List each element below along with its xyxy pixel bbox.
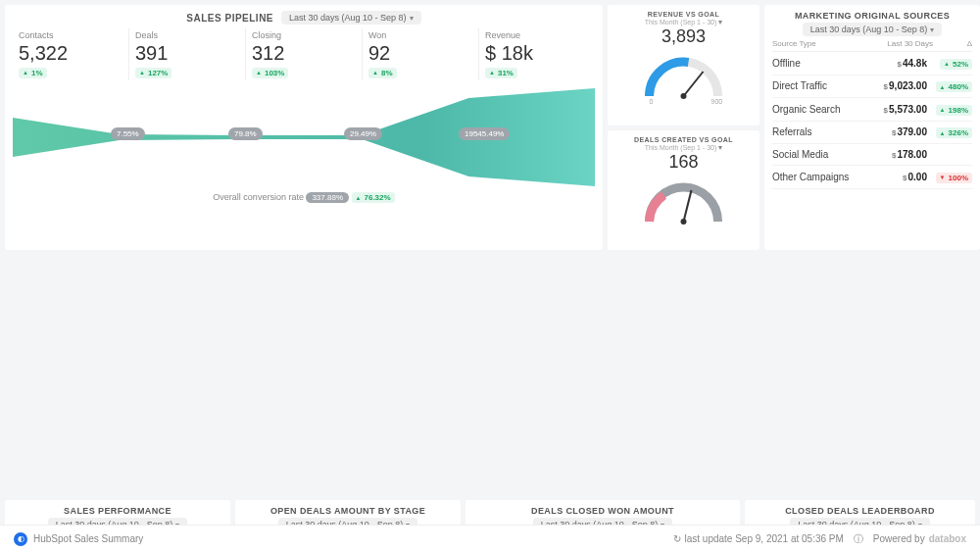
pipeline-col-3: Won 92 8% — [362, 28, 478, 80]
stage-rate-1: 7.55% — [111, 127, 145, 140]
revenue-vs-goal-panel: REVENUE VS GOAL This Month (Sep 1 - 30) … — [608, 5, 760, 125]
svg-point-1 — [681, 93, 687, 99]
gauges-column: REVENUE VS GOAL This Month (Sep 1 - 30) … — [608, 5, 760, 250]
svg-text:900: 900 — [711, 98, 723, 105]
stage-rate-2: 79.8% — [228, 127, 263, 140]
app-logo-icon: ◐ — [14, 532, 27, 546]
pipeline-col-4: Revenue $ 18k 31% — [478, 28, 595, 80]
deals-vs-goal-panel: DEALS CREATED VS GOAL This Month (Sep 1 … — [608, 130, 760, 251]
table-row: Direct Traffic $9,023.00 480% — [772, 75, 972, 99]
table-row: Referrals $379.00 326% — [772, 122, 972, 145]
chevron-down-icon[interactable]: ▾ — [718, 18, 722, 26]
table-row: Organic Search $5,573.00 198% — [772, 98, 972, 122]
pipeline-col-2: Closing 312 103% — [245, 28, 362, 80]
last-update: last update Sep 9, 2021 at 05:36 PM — [685, 533, 844, 544]
pipeline-title: SALES PIPELINE — [186, 13, 273, 24]
marketing-date-range[interactable]: Last 30 days (Aug 10 - Sep 8)▾ — [803, 23, 943, 36]
overall-conversion: Overall conversion rate 337.88% 76.32% — [13, 192, 595, 204]
svg-line-4 — [684, 190, 692, 222]
chevron-down-icon[interactable]: ▾ — [718, 143, 722, 152]
footer-title: HubSpot Sales Summary — [33, 533, 143, 544]
refresh-icon[interactable]: ↻ — [673, 533, 681, 544]
marketing-sources-panel: MARKETING ORIGINAL SOURCES Last 30 days … — [764, 5, 980, 250]
marketing-header: Source Type Last 30 Days Δ — [772, 36, 972, 52]
table-row: Social Media $178.00 — [772, 144, 972, 166]
pipeline-col-0: Contacts 5,322 1% — [13, 28, 128, 80]
footer-bar: ◐ HubSpot Sales Summary ↻ last update Se… — [0, 525, 980, 552]
sales-pipeline-panel: SALES PIPELINE Last 30 days (Aug 10 - Se… — [5, 5, 603, 250]
funnel-chart: 7.55% 79.8% 29.49% 19545.49% — [13, 88, 595, 186]
stage-rate-3: 29.49% — [344, 127, 382, 140]
deals-gauge — [613, 173, 754, 231]
svg-line-0 — [684, 72, 704, 96]
svg-text:0: 0 — [650, 98, 654, 105]
databox-logo: databox — [929, 533, 966, 544]
table-row: Offline $44.8k 52% — [772, 52, 972, 75]
pipeline-date-range[interactable]: Last 30 days (Aug 10 - Sep 8) ▾ — [281, 11, 421, 25]
table-row: Other Campaigns $0.00 100% — [772, 166, 972, 189]
svg-point-5 — [681, 219, 687, 225]
info-icon[interactable]: ⓘ — [854, 532, 863, 546]
stage-rate-4: 19545.49% — [459, 127, 510, 140]
chevron-down-icon: ▾ — [410, 14, 414, 23]
revenue-gauge: 0 900 — [613, 47, 754, 106]
pipeline-col-1: Deals 391 127% — [128, 28, 245, 80]
chevron-down-icon: ▾ — [930, 25, 934, 34]
